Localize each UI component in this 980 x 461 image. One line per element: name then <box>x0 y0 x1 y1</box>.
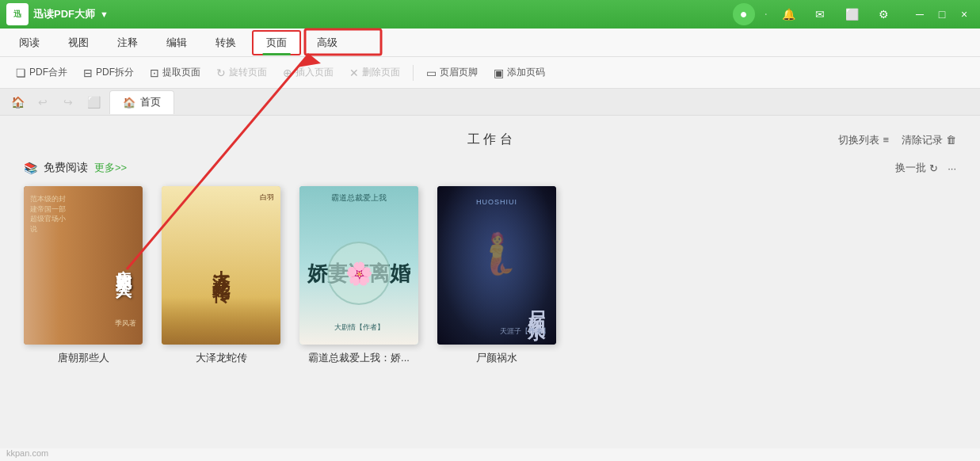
title-bar-left: 迅 迅读PDF大师 ▼ <box>6 3 109 25</box>
toolbar: ❏ PDF合并 ⊟ PDF拆分 ⊡ 提取页面 ↻ 旋转页面 ⊕ 插入页面 ✕ 删… <box>0 57 980 89</box>
more-link[interactable]: 更多>> <box>94 161 127 175</box>
book-grid: 范本级的封建帝国一部超级官场小说 唐朝那些人 季风著 唐朝那些人 白羽 大泽龙蛇… <box>24 186 956 365</box>
bell-icon[interactable]: 🔔 <box>777 3 799 25</box>
menu-item-read[interactable]: 阅读 <box>6 30 52 55</box>
workstation-actions: 切换列表 ≡ 清除记录 🗑 <box>838 133 956 147</box>
book-cover-1: 范本级的封建帝国一部超级官场小说 唐朝那些人 季风著 <box>24 186 143 345</box>
section-right: 换一批 ↻ ··· <box>895 161 956 175</box>
pdf-split-icon: ⊟ <box>83 67 93 79</box>
add-page-num-label: 添加页码 <box>507 66 545 79</box>
book-item-1[interactable]: 范本级的封建帝国一部超级官场小说 唐朝那些人 季风著 唐朝那些人 <box>24 186 143 365</box>
more-options-button[interactable]: ··· <box>948 162 956 174</box>
pdf-split-label: PDF拆分 <box>96 66 134 79</box>
menu-item-convert[interactable]: 转换 <box>203 30 249 55</box>
dot-separator: · <box>765 7 768 21</box>
pdf-merge-button[interactable]: ❏ PDF合并 <box>10 63 74 82</box>
main-content: 工 作 台 切换列表 ≡ 清除记录 🗑 📚 免费阅读 更多>> 换一批 ↻ ·· <box>0 116 980 448</box>
home-tab-label: 首页 <box>140 95 161 109</box>
menu-page-label: 页面 <box>266 36 287 50</box>
message-icon[interactable]: ✉ <box>809 3 831 25</box>
watermark: kkpan.com <box>6 448 48 458</box>
refresh-button[interactable]: 换一批 ↻ <box>895 161 938 175</box>
book-title-3: 霸道总裁爱上我：娇... <box>308 351 410 365</box>
clear-records-label: 清除记录 <box>902 133 943 147</box>
switch-list-icon: ≡ <box>883 134 889 146</box>
home-tab-icon: 🏠 <box>123 97 135 109</box>
menu-item-advanced[interactable]: 高级 <box>304 30 350 55</box>
refresh-label: 换一批 <box>895 161 926 175</box>
refresh-icon: ↻ <box>929 162 938 174</box>
app-title: 迅读PDF大师 <box>33 7 95 21</box>
section-title: 📚 免费阅读 更多>> <box>24 161 127 175</box>
dropdown-arrow-icon[interactable]: ▼ <box>100 10 109 19</box>
header-footer-icon: ▭ <box>426 67 437 79</box>
menu-item-annotate[interactable]: 注释 <box>105 30 151 55</box>
home-nav-icon[interactable]: 🏠 <box>8 93 27 112</box>
forward-button[interactable]: ↪ <box>59 93 78 112</box>
workstation-title: 工 作 台 <box>467 131 513 148</box>
back-button[interactable]: ↩ <box>33 93 52 112</box>
book-title-4: 尸颜祸水 <box>476 351 517 365</box>
switch-list-button[interactable]: 切换列表 ≡ <box>838 133 889 147</box>
screen-icon[interactable]: ⬜ <box>841 3 863 25</box>
extract-page-icon: ⊡ <box>150 67 159 79</box>
delete-page-button[interactable]: ✕ 删除页面 <box>343 63 406 82</box>
clear-records-icon: 🗑 <box>946 134 956 146</box>
ellipsis-label: ··· <box>948 162 956 174</box>
book-item-3[interactable]: 霸道总裁爱上我 娇妻请离婚 🌸 大剧情【作者】 霸道总裁爱上我：娇... <box>299 186 418 365</box>
rotate-page-icon: ↻ <box>216 67 226 79</box>
pdf-merge-icon: ❏ <box>16 67 26 79</box>
delete-page-label: 删除页面 <box>362 66 400 79</box>
extract-page-label: 提取页面 <box>162 66 200 79</box>
header-footer-button[interactable]: ▭ 页眉页脚 <box>420 63 484 82</box>
insert-page-icon: ⊕ <box>283 67 292 79</box>
close-button[interactable]: × <box>955 5 974 24</box>
add-page-num-icon: ▣ <box>494 67 504 79</box>
settings-icon[interactable]: ⚙ <box>872 3 894 25</box>
maximize-button[interactable]: □ <box>932 5 951 24</box>
user-icon[interactable]: ● <box>733 3 755 25</box>
menu-item-view[interactable]: 视图 <box>55 30 101 55</box>
book-cover-4: HUOSHIUI 尸颜祸水 天涯子【作者】 🧜 <box>437 186 556 345</box>
minimize-button[interactable]: ─ <box>910 5 929 24</box>
section-header: 📚 免费阅读 更多>> 换一批 ↻ ··· <box>24 161 956 175</box>
title-bar: 迅 迅读PDF大师 ▼ ● · 🔔 ✉ ⬜ ⚙ ─ □ × <box>0 0 980 29</box>
rotate-page-label: 旋转页面 <box>229 66 267 79</box>
book-cover-3: 霸道总裁爱上我 娇妻请离婚 🌸 大剧情【作者】 <box>299 186 418 345</box>
insert-page-label: 插入页面 <box>296 66 334 79</box>
add-page-num-button[interactable]: ▣ 添加页码 <box>487 63 551 82</box>
rotate-page-button[interactable]: ↻ 旋转页面 <box>210 63 273 82</box>
refresh-nav-button[interactable]: ⬜ <box>84 93 103 112</box>
pdf-split-button[interactable]: ⊟ PDF拆分 <box>77 63 140 82</box>
clear-records-button[interactable]: 清除记录 🗑 <box>902 133 956 147</box>
home-tab[interactable]: 🏠 首页 <box>109 90 174 114</box>
menu-item-edit[interactable]: 编辑 <box>154 30 200 55</box>
book-title-2: 大泽龙蛇传 <box>196 351 247 365</box>
insert-page-button[interactable]: ⊕ 插入页面 <box>276 63 340 82</box>
app-logo: 迅 <box>6 3 29 25</box>
delete-page-icon: ✕ <box>349 67 359 79</box>
pdf-merge-label: PDF合并 <box>29 66 67 79</box>
menu-item-page[interactable]: 页面 <box>252 30 301 55</box>
free-reading-icon: 📚 <box>24 162 37 174</box>
book-item-4[interactable]: HUOSHIUI 尸颜祸水 天涯子【作者】 🧜 尸颜祸水 <box>437 186 556 365</box>
title-bar-right: ● · 🔔 ✉ ⬜ ⚙ ─ □ × <box>733 3 974 25</box>
window-controls: ─ □ × <box>910 5 974 24</box>
header-footer-label: 页眉页脚 <box>440 66 478 79</box>
switch-list-label: 切换列表 <box>838 133 879 147</box>
toolbar-separator <box>413 65 414 81</box>
nav-bar: 🏠 ↩ ↪ ⬜ 🏠 首页 <box>0 89 980 116</box>
menu-bar: 阅读 视图 注释 编辑 转换 页面 高级 <box>0 29 980 57</box>
workstation-header: 工 作 台 切换列表 ≡ 清除记录 🗑 <box>24 131 956 148</box>
book-cover-2: 白羽 大泽龙蛇传 <box>162 186 280 345</box>
free-reading-label: 免费阅读 <box>44 161 88 175</box>
book-title-1: 唐朝那些人 <box>58 351 109 365</box>
extract-page-button[interactable]: ⊡ 提取页面 <box>143 63 207 82</box>
book-item-2[interactable]: 白羽 大泽龙蛇传 大泽龙蛇传 <box>162 186 280 365</box>
